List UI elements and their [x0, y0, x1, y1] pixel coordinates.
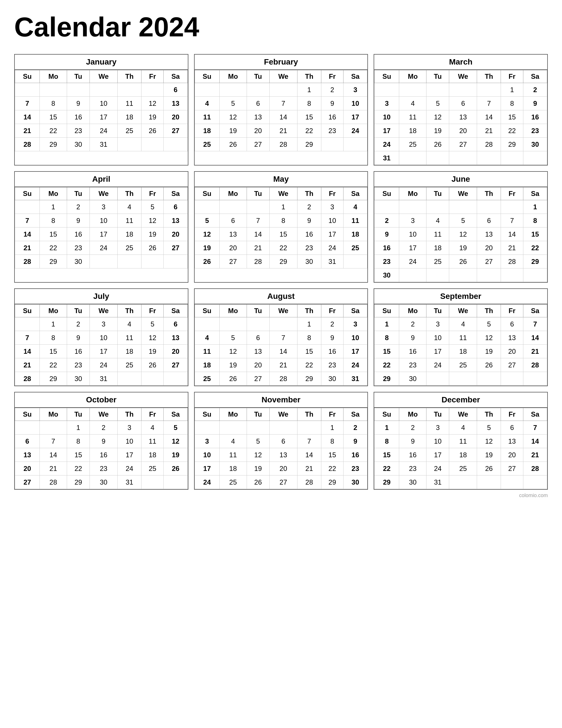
weekday-header-mo: Mo — [399, 70, 426, 83]
calendar-day: 7 — [247, 214, 270, 227]
weekday-header-fr: Fr — [501, 408, 523, 421]
calendar-day: 29 — [501, 138, 523, 151]
calendar-day — [117, 83, 141, 97]
calendar-day: 26 — [164, 462, 188, 475]
calendar-day — [449, 200, 477, 214]
calendar-day: 28 — [270, 372, 297, 386]
weekday-header-mo: Mo — [219, 305, 247, 317]
calendar-day: 26 — [142, 124, 164, 138]
calendar-day: 19 — [164, 448, 188, 462]
calendar-day: 26 — [426, 138, 449, 151]
weekday-header-th: Th — [477, 408, 501, 421]
calendar-day: 4 — [195, 97, 219, 110]
weekday-header-we: We — [270, 70, 297, 83]
calendar-day: 7 — [270, 331, 297, 345]
calendar-day: 13 — [164, 97, 188, 110]
calendar-day — [15, 200, 40, 214]
calendar-day: 22 — [40, 241, 67, 255]
calendar-day: 20 — [501, 448, 523, 462]
weekday-header-fr: Fr — [142, 408, 164, 421]
weekday-header-sa: Sa — [523, 408, 547, 421]
month-title-august: August — [195, 289, 368, 304]
calendar-day: 28 — [15, 372, 40, 386]
weekday-header-su: Su — [15, 408, 40, 421]
calendar-day: 14 — [247, 227, 270, 241]
calendar-day: 24 — [321, 241, 343, 255]
calendar-day — [501, 151, 523, 165]
weekday-header-we: We — [449, 187, 477, 200]
weekday-header-we: We — [449, 70, 477, 83]
calendar-day: 31 — [343, 372, 367, 386]
calendar-day: 17 — [195, 462, 219, 475]
page-title: Calendar 2024 — [14, 11, 548, 43]
calendar-day: 26 — [449, 255, 477, 268]
calendar-day: 14 — [270, 110, 297, 124]
calendar-day: 25 — [195, 138, 219, 151]
calendar-day — [501, 268, 523, 282]
calendar-day: 21 — [297, 462, 321, 475]
calendar-day — [219, 317, 247, 331]
weekday-header-we: We — [90, 70, 118, 83]
calendar-day: 22 — [321, 462, 343, 475]
weekday-header-su: Su — [15, 187, 40, 200]
month-title-december: December — [374, 392, 547, 408]
weekday-header-su: Su — [374, 70, 399, 83]
calendar-day — [477, 268, 501, 282]
calendar-day: 15 — [374, 345, 399, 358]
calendar-day: 16 — [67, 110, 90, 124]
calendar-day: 5 — [195, 214, 219, 227]
calendar-day: 31 — [426, 475, 449, 489]
month-table-may: SuMoTuWeThFrSa12345678910111213141516171… — [195, 187, 368, 268]
calendar-day: 4 — [117, 317, 141, 331]
calendar-day: 8 — [501, 97, 523, 110]
calendar-day: 17 — [399, 241, 426, 255]
month-title-february: February — [195, 55, 368, 70]
calendar-day: 9 — [297, 214, 321, 227]
calendar-day: 26 — [142, 241, 164, 255]
calendar-day — [426, 83, 449, 97]
calendar-day: 17 — [374, 124, 399, 138]
calendar-day: 23 — [90, 462, 118, 475]
weekday-header-th: Th — [117, 408, 141, 421]
calendar-day: 15 — [501, 110, 523, 124]
weekday-header-sa: Sa — [164, 408, 188, 421]
calendar-day: 15 — [523, 227, 547, 241]
calendar-day: 23 — [374, 255, 399, 268]
calendar-day: 25 — [449, 462, 477, 475]
calendar-day: 7 — [523, 421, 547, 435]
calendar-day: 6 — [270, 435, 297, 448]
calendar-day: 19 — [219, 124, 247, 138]
calendar-day: 30 — [90, 475, 118, 489]
month-title-january: January — [15, 55, 188, 70]
month-table-october: SuMoTuWeThFrSa12345678910111213141516171… — [15, 408, 188, 489]
calendar-day: 18 — [117, 110, 141, 124]
calendar-day: 17 — [90, 110, 118, 124]
calendar-day: 19 — [477, 448, 501, 462]
calendar-day: 4 — [219, 435, 247, 448]
calendar-day: 12 — [219, 345, 247, 358]
calendar-day: 9 — [321, 331, 343, 345]
calendar-day: 9 — [67, 331, 90, 345]
calendar-day: 2 — [523, 83, 547, 97]
calendar-day — [90, 255, 118, 268]
month-november: NovemberSuMoTuWeThFrSa123456789101112131… — [194, 392, 368, 490]
calendar-day — [195, 317, 219, 331]
weekday-header-fr: Fr — [321, 70, 343, 83]
weekday-header-fr: Fr — [501, 70, 523, 83]
calendar-day: 1 — [374, 421, 399, 435]
calendar-grid: JanuarySuMoTuWeThFrSa6789101112131415161… — [14, 54, 548, 490]
calendar-day: 22 — [374, 462, 399, 475]
calendar-day: 26 — [195, 255, 219, 268]
calendar-day: 1 — [501, 83, 523, 97]
calendar-day: 12 — [449, 227, 477, 241]
calendar-day: 20 — [247, 124, 270, 138]
calendar-day: 21 — [15, 124, 40, 138]
month-title-october: October — [15, 392, 188, 408]
calendar-day — [426, 151, 449, 165]
calendar-day — [343, 255, 367, 268]
weekday-header-sa: Sa — [523, 305, 547, 317]
calendar-day: 17 — [321, 227, 343, 241]
weekday-header-sa: Sa — [164, 187, 188, 200]
calendar-day: 1 — [40, 317, 67, 331]
weekday-header-mo: Mo — [219, 408, 247, 421]
